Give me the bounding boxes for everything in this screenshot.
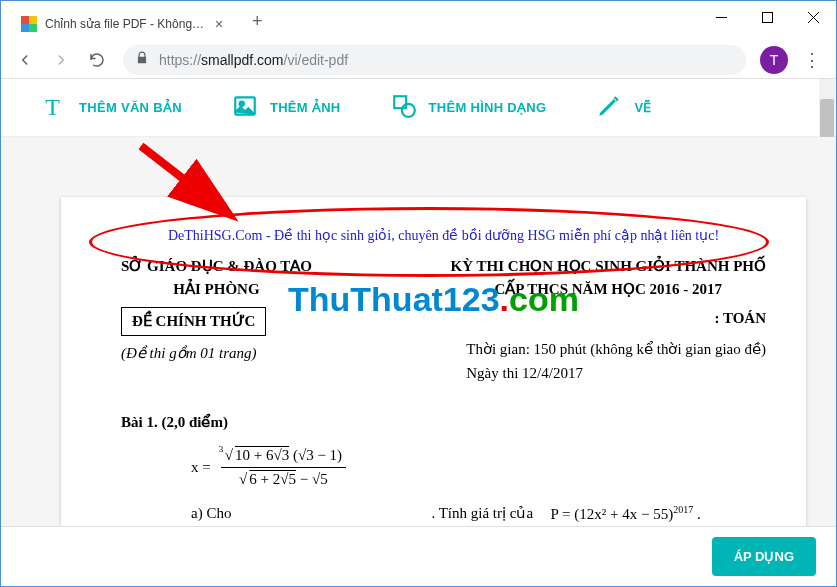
editor-toolbar: T THÊM VĂN BẢN THÊM ẢNH THÊM HÌNH DẠNG V…	[1, 79, 836, 137]
maximize-button[interactable]	[744, 1, 790, 33]
svg-rect-1	[762, 12, 772, 22]
image-icon	[232, 93, 258, 123]
add-image-tool[interactable]: THÊM ẢNH	[232, 93, 341, 123]
tab-title: Chỉnh sửa file PDF - Không ảnh h	[45, 17, 205, 31]
add-shape-label: THÊM HÌNH DẠNG	[429, 100, 547, 115]
heading-left-1: SỞ GIÁO DỤC & ĐÀO TẠO	[121, 255, 312, 278]
a-mid: . Tính giá trị của	[431, 502, 533, 525]
svg-point-6	[239, 101, 243, 105]
text-icon: T	[41, 93, 67, 123]
draw-label: VẼ	[634, 100, 651, 115]
doc-headings: SỞ GIÁO DỤC & ĐÀO TẠO HẢI PHÒNG KỲ THI C…	[121, 255, 766, 302]
reload-button[interactable]	[81, 44, 113, 76]
close-tab-icon[interactable]: ×	[215, 16, 223, 32]
draw-tool[interactable]: VẼ	[596, 93, 651, 123]
pages-note: (Đề thi gồm 01 trang)	[121, 342, 257, 385]
lock-icon	[135, 51, 149, 69]
address-bar[interactable]: https://smallpdf.com/vi/edit-pdf	[123, 45, 746, 75]
browser-menu-button[interactable]: ⋮	[796, 44, 828, 76]
pdf-page[interactable]: DeThiHSG.Com - Đề thi học sinh giỏi, chu…	[61, 197, 806, 526]
pencil-icon	[596, 93, 622, 123]
close-window-button[interactable]	[790, 1, 836, 33]
doc-subrow: (Đề thi gồm 01 trang) Thời gian: 150 phú…	[121, 338, 766, 385]
add-shape-tool[interactable]: THÊM HÌNH DẠNG	[391, 93, 547, 123]
minimize-button[interactable]	[698, 1, 744, 33]
bottom-bar: ÁP DỤNG	[1, 526, 836, 586]
shape-icon	[391, 93, 417, 123]
address-bar-row: https://smallpdf.com/vi/edit-pdf T ⋮	[1, 41, 836, 79]
add-text-tool[interactable]: T THÊM VĂN BẢN	[41, 93, 182, 123]
url-scheme: https://	[159, 52, 201, 68]
window-titlebar: Chỉnh sửa file PDF - Không ảnh h × +	[1, 1, 836, 41]
forward-button[interactable]	[45, 44, 77, 76]
subject: : TOÁN	[714, 307, 766, 330]
add-text-label: THÊM VĂN BẢN	[79, 100, 182, 115]
window-controls	[698, 1, 836, 33]
url-path: /vi/edit-pdf	[284, 52, 349, 68]
heading-left-2: HẢI PHÒNG	[121, 278, 312, 301]
document-viewport[interactable]: DeThiHSG.Com - Đề thi học sinh giỏi, chu…	[1, 137, 836, 526]
url-text: https://smallpdf.com/vi/edit-pdf	[159, 52, 348, 68]
a-label: a) Cho	[191, 502, 231, 525]
doc-row-official: ĐỀ CHÍNH THỨC : TOÁN	[121, 307, 766, 336]
browser-tab[interactable]: Chỉnh sửa file PDF - Không ảnh h ×	[9, 7, 235, 41]
doc-top-link: DeThiHSG.Com - Đề thi học sinh giỏi, chu…	[121, 225, 766, 247]
heading-right-2: CẤP THCS NĂM HỌC 2016 - 2017	[451, 278, 766, 301]
duration: Thời gian: 150 phút (không kể thời gian …	[466, 341, 766, 357]
back-button[interactable]	[9, 44, 41, 76]
exam-date: Ngày thi 12/4/2017	[466, 365, 583, 381]
svg-text:T: T	[45, 93, 60, 118]
profile-avatar[interactable]: T	[760, 46, 788, 74]
add-image-label: THÊM ẢNH	[270, 100, 341, 115]
apply-button[interactable]: ÁP DỤNG	[712, 537, 816, 576]
math-block: x = √10 + 6√3 (√3 − 1) √6 + 2√5 − √5 a) …	[121, 444, 766, 526]
svg-point-8	[401, 103, 414, 116]
heading-right-1: KỲ THI CHỌN HỌC SINH GIỎI THÀNH PHỐ	[451, 255, 766, 278]
new-tab-button[interactable]: +	[243, 11, 271, 32]
url-host: smallpdf.com	[201, 52, 283, 68]
favicon-icon	[21, 16, 37, 32]
official-box: ĐỀ CHÍNH THỨC	[121, 307, 266, 336]
bai-1-heading: Bài 1. (2,0 điểm)	[121, 411, 766, 434]
